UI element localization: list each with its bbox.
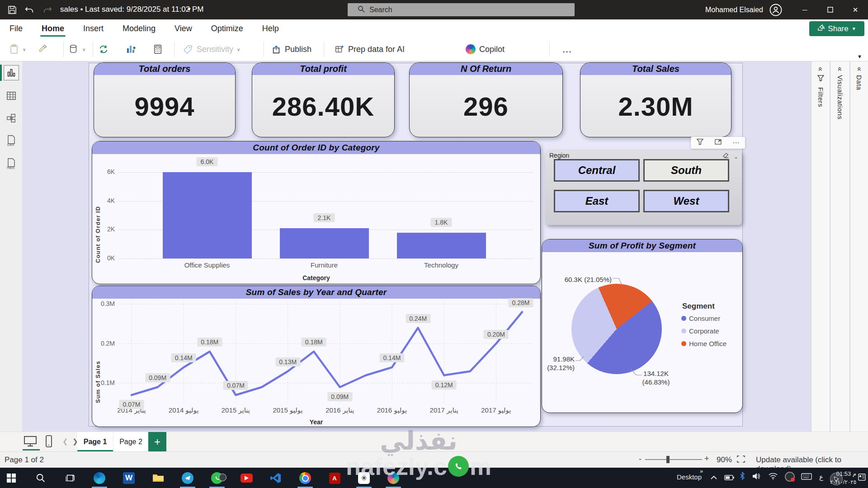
share-button[interactable]: Share ▼ [809,21,864,36]
menu-home[interactable]: Home [32,19,74,38]
save-icon[interactable] [6,4,18,16]
copilot-button[interactable]: Copilot [466,38,505,61]
dax-query-view-icon[interactable]: DAX [5,135,18,147]
speaker-icon[interactable] [752,473,760,482]
more-options-icon[interactable]: ⋯ [733,139,740,147]
whatsapp-icon[interactable] [210,471,224,485]
maximize-button[interactable] [817,0,843,19]
chevron-right-icon: » [700,468,703,474]
zoom-out-button[interactable]: - [639,455,642,464]
slicer-option-east[interactable]: East [554,190,640,212]
tab-page-2[interactable]: Page 2 [113,432,148,452]
chatgpt-icon[interactable]: ✳ [357,471,371,485]
zoom-in-button[interactable]: + [704,454,709,464]
close-button[interactable]: ✕ [843,0,868,19]
mobile-layout-icon[interactable] [45,435,52,450]
wifi-icon[interactable] [769,473,778,481]
pie-chart-panel[interactable]: Sum of Profit by Segment 60.3K (21.05%)9… [542,239,743,413]
chrome-icon[interactable] [298,471,312,485]
data-pane-collapsed[interactable]: « Data [850,61,868,432]
prep-data-ai-button[interactable]: Prep data for AI [335,38,405,61]
battery-icon[interactable] [724,474,734,482]
edge-icon[interactable] [92,471,107,485]
line-xtick-label: يوليو 2015 [273,406,302,414]
region-slicer[interactable]: Region ⌄ CentralSouthEastWest [545,150,742,225]
acrobat-icon[interactable]: A [327,471,342,485]
bar-value-label: 2.1K [314,213,335,222]
bar-category-label: Furniture [311,261,338,269]
search-input[interactable] [368,5,551,14]
slicer-option-south[interactable]: South [643,159,729,182]
new-visual-button[interactable] [126,38,137,61]
focus-mode-icon[interactable] [715,139,722,147]
show-desktop-label[interactable]: Desktop [677,473,702,481]
menu-insert[interactable]: Insert [74,19,113,38]
tmdl-view-icon[interactable]: TMDL [5,158,18,170]
zoom-slider-track[interactable] [645,459,702,460]
undo-icon[interactable] [24,4,35,16]
canvas-scroll-caret[interactable]: ▼ [857,54,862,59]
report-view-icon[interactable] [5,66,18,79]
menu-modeling[interactable]: Modeling [113,19,165,38]
title-dropdown-caret[interactable]: ▼ [187,6,192,12]
format-painter-button[interactable] [38,38,48,61]
vscode-icon[interactable] [269,471,283,485]
touch-keyboard-icon[interactable] [801,473,812,482]
bar-furniture[interactable] [280,228,369,258]
bluetooth-icon[interactable] [740,472,745,482]
filters-pane-collapsed[interactable]: « Filters [811,61,830,432]
expand-pane-icon[interactable]: « [855,67,864,71]
search-box[interactable] [348,3,575,16]
zoom-slider-thumb[interactable] [666,456,670,463]
menu-file[interactable]: File [0,19,32,38]
bar-chart-panel[interactable]: Count of Order ID by Category Count of O… [92,141,541,284]
kpi-card-n-of-return[interactable]: N Of Return 296 [409,62,563,137]
taskbar-search-icon[interactable] [33,471,48,485]
youtube-icon[interactable] [239,471,254,485]
zoom-level[interactable]: 90% [717,455,732,465]
user-name[interactable]: Mohamed Elsaied [705,6,763,14]
tab-page-1[interactable]: Page 1 [77,432,113,452]
menu-view[interactable]: View [165,19,202,38]
filter-icon[interactable] [697,139,703,147]
notification-center-icon[interactable] [858,474,866,483]
document-title[interactable]: sales • Last saved: 9/28/2025 at 11:02 P… [60,5,204,14]
more-options-button[interactable]: … [562,38,573,61]
avatar[interactable] [769,4,782,16]
new-measure-button[interactable] [153,38,163,61]
word-icon[interactable]: W [122,471,136,485]
visualizations-pane-collapsed[interactable]: « Visualizations [830,61,849,432]
menu-help[interactable]: Help [253,19,288,38]
tray-expand-icon[interactable] [711,474,717,482]
kpi-card-total-orders[interactable]: Total orders 9994 [94,62,236,137]
table-view-icon[interactable] [5,89,18,102]
add-page-button[interactable]: + [148,432,166,452]
task-view-icon[interactable] [63,471,77,485]
kpi-card-total-profit[interactable]: Total profit 286.40K [252,62,395,137]
slicer-option-central[interactable]: Central [554,159,640,182]
recorder-tray-icon[interactable] [785,472,795,483]
menu-optimize[interactable]: Optimize [202,19,253,38]
fit-to-page-icon[interactable] [737,455,745,465]
start-button-icon[interactable] [4,471,19,485]
get-data-button[interactable]: ∨ [69,38,85,61]
slicer-option-west[interactable]: West [643,190,729,212]
telegram-icon[interactable] [180,471,195,485]
publish-button[interactable]: Publish [271,38,311,61]
expand-pane-icon[interactable]: « [816,67,825,71]
refresh-button[interactable] [99,38,108,61]
desktop-layout-icon[interactable] [24,436,37,449]
expand-pane-icon[interactable]: « [835,67,844,71]
kpi-card-total-sales[interactable]: Total Sales 2.30M [580,62,731,137]
pie-circle[interactable] [571,284,662,374]
chevron-down-icon[interactable]: ⌄ [734,154,738,160]
model-view-icon[interactable] [5,112,18,125]
language-indicator[interactable]: ع [819,473,823,481]
file-explorer-icon[interactable] [151,471,165,485]
minimize-button[interactable]: ─ [792,0,817,19]
bar-office-supplies[interactable] [163,172,252,258]
copilot-icon[interactable] [386,471,401,485]
ribbon-toolbar: ∨ ∨ Sensitivity ∨ Publish [0,38,868,61]
bar-technology[interactable] [397,233,486,258]
line-chart-panel[interactable]: Sum of Sales by Year and Quarter Sum of … [92,286,541,427]
